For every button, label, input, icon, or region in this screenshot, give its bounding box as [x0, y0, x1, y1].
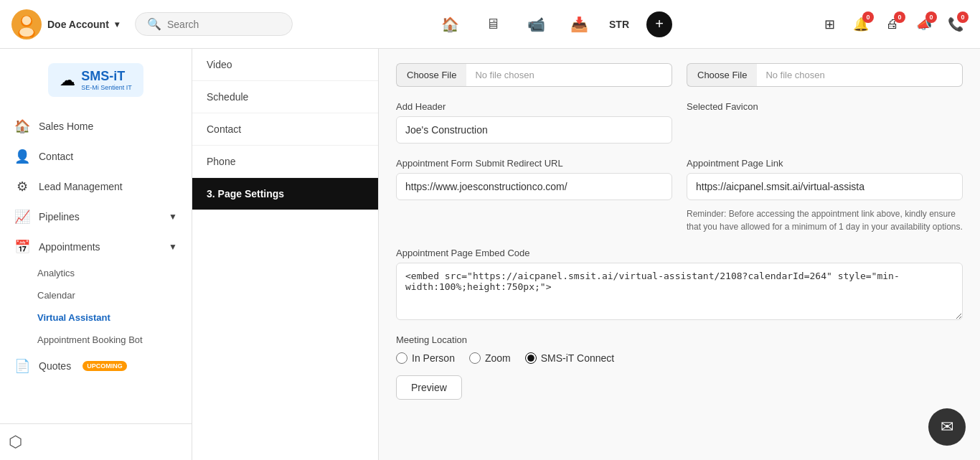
- sidebar-item-quotes[interactable]: 📄 Quotes UPCOMING: [0, 351, 192, 381]
- notification-bell-icon[interactable]: 🔔0: [848, 11, 874, 37]
- search-icon: 🔍: [147, 17, 161, 31]
- sidebar-item-sales-home[interactable]: 🏠 Sales Home: [0, 111, 192, 141]
- radio-option-smsit-connect[interactable]: SMS-iT Connect: [525, 352, 614, 364]
- sidebar-label-pipelines: Pipelines: [39, 211, 80, 222]
- embed-code-group: Appointment Page Embed Code <embed src="…: [396, 248, 963, 320]
- in-person-radio[interactable]: [396, 352, 407, 364]
- sidebar-bottom-icon[interactable]: ⬡: [9, 433, 22, 451]
- inbox-nav-icon[interactable]: 📥: [566, 11, 592, 37]
- sidebar-bottom: ⬡: [0, 423, 192, 460]
- sidebar-item-pipelines[interactable]: 📈 Pipelines ▼: [0, 202, 192, 232]
- sidebar-label-quotes: Quotes: [39, 360, 71, 372]
- sidebar-item-lead-management[interactable]: ⚙ Lead Management: [0, 172, 192, 202]
- meeting-radio-group: In Person Zoom SMS-iT Connect: [396, 352, 963, 364]
- smsit-connect-radio[interactable]: [525, 352, 537, 364]
- topbar-actions: ⊞ 🔔0 🖨0 📣0 📞0: [816, 11, 969, 37]
- page-link-label: Appointment Page Link: [687, 158, 963, 169]
- virtual-assistant-label: Virtual Assistant: [37, 312, 110, 323]
- embed-code-textarea[interactable]: <embed src="https://aicpanel.smsit.ai/vi…: [396, 263, 963, 320]
- middle-panel: Video Schedule Contact Phone 3. Page Set…: [192, 49, 379, 460]
- selected-favicon-group: Selected Favicon: [687, 101, 963, 144]
- meeting-location-label: Meeting Location: [396, 334, 963, 345]
- phone-badge: 0: [957, 11, 969, 23]
- logo-subtitle: SE-Mi Sentient IT: [81, 84, 132, 91]
- page-link-group: Appointment Page Link Reminder: Before a…: [687, 158, 963, 233]
- selected-favicon-label: Selected Favicon: [687, 101, 963, 112]
- page-link-input[interactable]: [687, 173, 963, 200]
- radio-option-zoom[interactable]: Zoom: [469, 352, 511, 364]
- urls-row: Appointment Form Submit Redirect URL App…: [396, 158, 963, 233]
- account-selector[interactable]: Doe Account ▾: [11, 9, 126, 39]
- sidebar-nav: 🏠 Sales Home 👤 Contact ⚙ Lead Management…: [0, 105, 192, 423]
- logo-cloud-icon: ☁: [60, 71, 75, 90]
- account-name: Doe Account: [47, 19, 109, 30]
- middle-item-contact[interactable]: Contact: [192, 113, 378, 146]
- sidebar-logo: ☁ SMS-iT SE-Mi Sentient IT: [0, 49, 192, 105]
- quotes-icon: 📄: [14, 358, 30, 374]
- sidebar-item-appointments[interactable]: 📅 Appointments ▼: [0, 232, 192, 262]
- pipelines-icon: 📈: [14, 209, 30, 225]
- meeting-location-section: Meeting Location In Person Zoom SMS-iT C…: [396, 334, 963, 364]
- analytics-label: Analytics: [37, 268, 75, 278]
- add-header-input[interactable]: [396, 116, 672, 144]
- in-person-label: In Person: [412, 352, 455, 364]
- str-nav-button[interactable]: STR: [609, 19, 629, 30]
- video-nav-icon[interactable]: 📹: [523, 11, 549, 37]
- file-input-group-1: Choose File No file chosen: [396, 63, 672, 87]
- smsit-connect-label: SMS-iT Connect: [541, 352, 614, 364]
- page-link-hint: Reminder: Before accessing the appointme…: [687, 207, 963, 233]
- add-button[interactable]: +: [646, 11, 672, 37]
- appointments-chevron-icon: ▼: [169, 242, 177, 252]
- print-badge: 0: [894, 11, 905, 23]
- sidebar-label-appointments: Appointments: [39, 241, 100, 253]
- calendar-label: Calendar: [37, 290, 75, 301]
- search-input[interactable]: [167, 19, 268, 30]
- choose-file-button-1[interactable]: Choose File: [396, 63, 466, 87]
- preview-button[interactable]: Preview: [396, 375, 462, 400]
- monitor-nav-icon[interactable]: 🖥: [480, 11, 506, 37]
- search-bar[interactable]: 🔍: [135, 12, 293, 36]
- pipelines-chevron-icon: ▼: [169, 212, 177, 222]
- booking-bot-label: Appointment Booking Bot: [37, 334, 143, 345]
- middle-item-schedule[interactable]: Schedule: [192, 81, 378, 113]
- topbar-nav: 🏠 🖥 📹 📥 STR +: [301, 11, 808, 37]
- upcoming-badge: UPCOMING: [83, 361, 127, 371]
- middle-item-page-settings[interactable]: 3. Page Settings: [192, 178, 378, 210]
- header-favicon-row: Add Header Selected Favicon: [396, 101, 963, 144]
- logo-name: SMS-iT: [81, 69, 132, 84]
- file-name-display-1: No file chosen: [466, 63, 672, 87]
- sidebar-label-contact: Contact: [39, 151, 73, 162]
- redirect-url-input[interactable]: [396, 173, 672, 200]
- embed-code-label: Appointment Page Embed Code: [396, 248, 963, 258]
- megaphone-icon[interactable]: 📣0: [911, 11, 937, 37]
- file-name-display-2: No file chosen: [757, 63, 963, 87]
- appointments-icon: 📅: [14, 239, 30, 255]
- middle-item-phone[interactable]: Phone: [192, 146, 378, 178]
- topbar: Doe Account ▾ 🔍 🏠 🖥 📹 📥 STR + ⊞ 🔔0 🖨0 📣0…: [0, 0, 980, 49]
- redirect-url-label: Appointment Form Submit Redirect URL: [396, 158, 672, 169]
- sidebar-item-contact[interactable]: 👤 Contact: [0, 141, 192, 172]
- grid-icon[interactable]: ⊞: [816, 11, 842, 37]
- logo-box: ☁ SMS-iT SE-Mi Sentient IT: [48, 63, 143, 97]
- phone-icon[interactable]: 📞0: [943, 11, 969, 37]
- zoom-radio[interactable]: [469, 352, 481, 364]
- choose-file-button-2[interactable]: Choose File: [687, 63, 757, 87]
- sidebar-sub-calendar[interactable]: Calendar: [0, 284, 192, 306]
- sidebar-sub-appointment-booking-bot[interactable]: Appointment Booking Bot: [0, 329, 192, 351]
- sidebar-label-lead-management: Lead Management: [39, 181, 123, 192]
- radio-option-in-person[interactable]: In Person: [396, 352, 455, 364]
- middle-item-video[interactable]: Video: [192, 49, 378, 81]
- chat-bubble-icon: ✉: [941, 418, 953, 436]
- sidebar: ☁ SMS-iT SE-Mi Sentient IT 🏠 Sales Home …: [0, 49, 192, 460]
- file-inputs-row: Choose File No file chosen Choose File N…: [396, 63, 963, 87]
- add-header-label: Add Header: [396, 101, 672, 112]
- app-layout: ☁ SMS-iT SE-Mi Sentient IT 🏠 Sales Home …: [0, 0, 980, 460]
- print-icon[interactable]: 🖨0: [880, 11, 905, 37]
- zoom-label: Zoom: [485, 352, 511, 364]
- sidebar-sub-virtual-assistant[interactable]: Virtual Assistant: [0, 306, 192, 329]
- sidebar-sub-analytics[interactable]: Analytics: [0, 262, 192, 284]
- home-nav-icon[interactable]: 🏠: [437, 11, 463, 37]
- main-content: Choose File No file chosen Choose File N…: [379, 49, 980, 460]
- chat-bubble-button[interactable]: ✉: [928, 408, 966, 446]
- notification-badge: 0: [862, 11, 874, 23]
